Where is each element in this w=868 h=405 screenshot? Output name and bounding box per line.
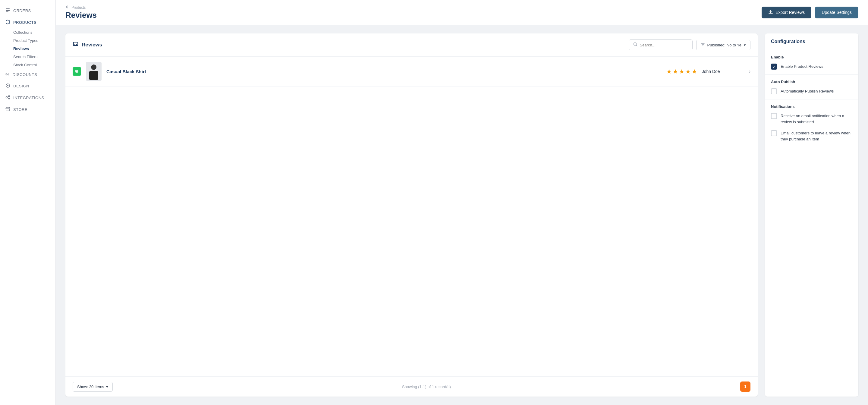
products-icon <box>5 20 10 25</box>
svg-rect-2 <box>6 11 8 12</box>
export-reviews-button[interactable]: Export Reviews <box>762 7 811 19</box>
email-notification-checkbox[interactable] <box>771 113 777 119</box>
sidebar-item-design[interactable]: DESIGN <box>0 80 56 92</box>
svg-point-6 <box>8 96 10 97</box>
reviews-panel: Reviews Published: No to Ye ▾ <box>65 33 758 397</box>
sidebar-item-integrations-label: INTEGRATIONS <box>13 96 44 100</box>
star-3: ★ <box>679 68 684 75</box>
store-icon <box>5 107 10 113</box>
svg-point-13 <box>91 64 96 70</box>
sidebar-item-design-label: DESIGN <box>13 84 29 88</box>
review-badge <box>73 67 81 75</box>
reviews-title: Reviews <box>73 41 102 49</box>
chevron-down-icon: ▾ <box>744 43 746 47</box>
filter-icon <box>701 42 705 48</box>
sidebar-item-search-filters[interactable]: Search Filters <box>0 53 56 61</box>
page-number-badge[interactable]: 1 <box>740 381 750 392</box>
svg-point-4 <box>7 85 8 86</box>
breadcrumb-text: Products <box>71 5 86 10</box>
breadcrumb: Products <box>65 5 97 10</box>
star-4: ★ <box>685 68 691 75</box>
email-customers-checkbox[interactable] <box>771 130 777 136</box>
config-section-notifications: Notifications Receive an email notificat… <box>765 99 858 147</box>
reviewer-name: John Doe <box>702 69 744 74</box>
sidebar-item-stock-control[interactable]: Stock Control <box>0 61 56 69</box>
orders-icon <box>5 8 10 13</box>
sidebar-item-store-label: STORE <box>13 107 27 112</box>
sidebar: ORDERS PRODUCTS Collections Product Type… <box>0 0 56 405</box>
breadcrumb-icon <box>65 5 70 10</box>
product-name: Casual Black Shirt <box>106 69 661 74</box>
svg-point-5 <box>6 97 7 98</box>
download-icon <box>768 10 773 15</box>
star-5: ★ <box>692 68 697 75</box>
svg-line-8 <box>7 96 9 97</box>
enable-section-label: Enable <box>771 55 852 59</box>
email-customers-label: Email customers to leave a review when t… <box>781 130 852 142</box>
svg-rect-14 <box>89 71 98 80</box>
enable-product-reviews-option[interactable]: ✓ Enable Product Reviews <box>771 64 852 70</box>
search-box[interactable] <box>629 39 692 50</box>
page-title: Reviews <box>65 10 97 20</box>
notifications-section-label: Notifications <box>771 104 852 109</box>
sidebar-item-discounts-label: DISCOUNTS <box>13 72 37 77</box>
page-header: Products Reviews Export Reviews Update S… <box>56 0 868 25</box>
reviews-icon <box>73 41 79 49</box>
filter-label: Published: No to Ye <box>707 43 741 47</box>
content-area: Reviews Published: No to Ye ▾ <box>56 25 868 405</box>
sidebar-item-orders-label: ORDERS <box>13 8 31 13</box>
discounts-icon: % <box>5 72 10 77</box>
config-title: Configurations <box>765 33 858 50</box>
sidebar-item-discounts[interactable]: % DISCOUNTS <box>0 69 56 80</box>
config-section-enable: Enable ✓ Enable Product Reviews <box>765 50 858 75</box>
sidebar-item-integrations[interactable]: INTEGRATIONS <box>0 92 56 104</box>
reviews-footer: Show: 20 Items ▾ Showing (1-1) of 1 reco… <box>65 376 758 397</box>
email-customers-option[interactable]: Email customers to leave a review when t… <box>771 130 852 142</box>
reviews-list: Casual Black Shirt ★ ★ ★ ★ ★ John Doe › <box>65 57 758 376</box>
svg-point-7 <box>8 98 10 99</box>
star-2: ★ <box>673 68 678 75</box>
sidebar-item-products-label: PRODUCTS <box>13 20 36 25</box>
integrations-icon <box>5 95 10 101</box>
svg-rect-1 <box>6 10 10 11</box>
design-icon <box>5 83 10 89</box>
auto-publish-reviews-label: Automatically Publish Reviews <box>781 88 834 94</box>
sidebar-item-collections[interactable]: Collections <box>0 28 56 36</box>
header-actions: Export Reviews Update Settings <box>762 7 858 19</box>
config-section-auto-publish: Auto Publish Automatically Publish Revie… <box>765 75 858 99</box>
svg-line-9 <box>7 98 9 98</box>
star-1: ★ <box>666 68 672 75</box>
svg-rect-0 <box>6 8 10 9</box>
records-count: Showing (1-1) of 1 record(s) <box>402 384 451 389</box>
search-input[interactable] <box>640 43 688 47</box>
update-settings-button[interactable]: Update Settings <box>815 7 858 19</box>
email-notification-label: Receive an email notification when a rev… <box>781 113 852 125</box>
enable-product-reviews-checkbox[interactable]: ✓ <box>771 64 777 70</box>
auto-publish-reviews-checkbox[interactable] <box>771 88 777 94</box>
auto-publish-section-label: Auto Publish <box>771 80 852 84</box>
svg-rect-10 <box>6 109 10 111</box>
sidebar-item-store[interactable]: STORE <box>0 104 56 116</box>
svg-line-12 <box>636 45 637 46</box>
filter-select[interactable]: Published: No to Ye ▾ <box>696 40 750 50</box>
dropdown-icon: ▾ <box>106 384 108 389</box>
email-notification-option[interactable]: Receive an email notification when a rev… <box>771 113 852 125</box>
header-left: Products Reviews <box>65 5 97 20</box>
sidebar-item-reviews[interactable]: Reviews <box>0 44 56 53</box>
sidebar-item-products[interactable]: PRODUCTS <box>0 17 56 28</box>
star-rating: ★ ★ ★ ★ ★ <box>666 68 697 75</box>
search-icon <box>633 42 638 48</box>
sidebar-item-orders[interactable]: ORDERS <box>0 5 56 17</box>
main-content: Products Reviews Export Reviews Update S… <box>56 0 868 405</box>
reviews-header: Reviews Published: No to Ye ▾ <box>65 33 758 57</box>
sidebar-item-product-types[interactable]: Product Types <box>0 36 56 44</box>
show-items-button[interactable]: Show: 20 Items ▾ <box>73 382 113 392</box>
enable-product-reviews-label: Enable Product Reviews <box>781 64 824 70</box>
product-thumbnail <box>86 62 101 81</box>
auto-publish-reviews-option[interactable]: Automatically Publish Reviews <box>771 88 852 94</box>
table-row[interactable]: Casual Black Shirt ★ ★ ★ ★ ★ John Doe › <box>65 57 758 87</box>
row-chevron-icon: › <box>749 69 750 74</box>
reviews-controls: Published: No to Ye ▾ <box>629 39 750 50</box>
config-panel: Configurations Enable ✓ Enable Product R… <box>765 33 858 397</box>
